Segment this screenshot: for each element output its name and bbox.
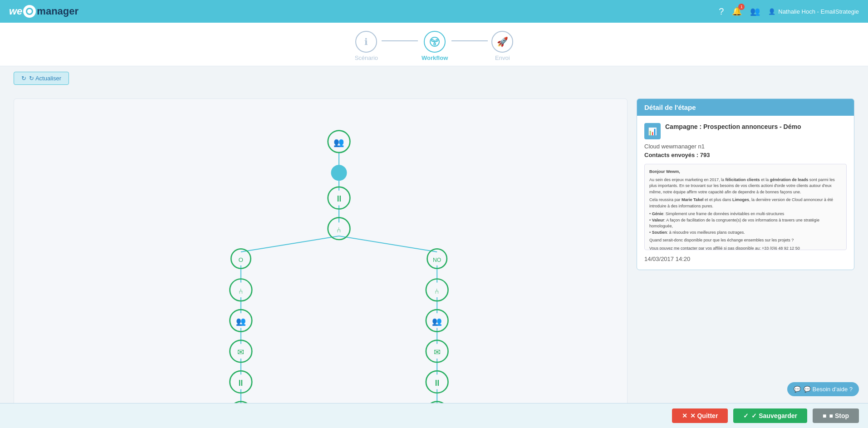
save-icon: ✓	[743, 412, 749, 419]
svg-text:⑃: ⑃	[239, 287, 243, 295]
quit-icon: ✕	[682, 412, 687, 419]
refresh-label: ↻ Actualiser	[29, 75, 61, 82]
detail-panel: Détail de l'étape 📊 Campagne : Prospecti…	[637, 98, 854, 270]
stop-button[interactable]: ■ ■ Stop	[813, 408, 859, 423]
email-body-p4: Vous pouvez me contacter par vos affilié…	[649, 246, 842, 251]
email-greeting: Bonjour Wewm,	[649, 169, 842, 175]
svg-text:✉: ✉	[434, 348, 441, 357]
wizard-line-2	[451, 40, 488, 41]
help-bubble[interactable]: 💬 💬 Besoin d'aide ?	[787, 382, 859, 396]
svg-point-25	[332, 166, 346, 180]
campaign-separator: :	[699, 123, 703, 130]
contacts-label: Contacts envoyés :	[644, 152, 698, 158]
user-avatar-icon: 👤	[768, 8, 775, 15]
email-body-p2: Cela reussira par Marie Takel et et plus…	[649, 197, 842, 209]
header-right: ? 🔔 1 👥 👤 Nathalie Hoch - EmailStrategie	[719, 6, 859, 17]
wizard-label-scenario: Scénario	[355, 54, 378, 61]
user-name: Nathalie Hoch - EmailStrategie	[778, 8, 859, 15]
quit-label: ✕ Quitter	[690, 412, 718, 419]
detail-panel-body: 📊 Campagne : Prospection annonceurs - Dé…	[637, 116, 854, 270]
svg-text:✉: ✉	[237, 348, 244, 357]
logo-circle-inner	[26, 8, 33, 15]
detail-panel-header: Détail de l'étape	[637, 99, 854, 116]
workflow-canvas[interactable]: 👥 ⏸ ⑃ O NO ⑃ ⑃ 👥	[14, 98, 628, 428]
svg-line-8	[339, 236, 437, 252]
header: we manager ? 🔔 1 👥 👤 Nathalie Hoch - Ema…	[0, 0, 868, 23]
stop-icon: ■	[823, 412, 826, 419]
contacts-count: 793	[700, 152, 710, 158]
email-body-list: • Génie: Simplement une frame de données…	[649, 211, 842, 236]
refresh-icon: ↻	[21, 75, 26, 82]
email-body-p1: Au sein des enjeux marketing en 2017, la…	[649, 177, 842, 196]
notifications-icon[interactable]: 🔔 1	[732, 6, 742, 16]
logo: we manager	[9, 5, 78, 18]
svg-text:👥: 👥	[432, 316, 442, 326]
wizard: ℹ Scénario Workflow 🚀 Envoi	[0, 23, 868, 66]
wizard-label-workflow: Workflow	[422, 54, 448, 61]
quit-button[interactable]: ✕ ✕ Quitter	[672, 408, 728, 423]
user-info: 👤 Nathalie Hoch - EmailStrategie	[768, 8, 859, 15]
main-content: 👥 ⏸ ⑃ O NO ⑃ ⑃ 👥	[0, 90, 868, 428]
wizard-icon-scenario: ℹ	[355, 31, 377, 53]
svg-line-7	[241, 236, 339, 252]
logo-circle	[23, 5, 36, 18]
svg-point-1	[432, 39, 433, 41]
users-icon[interactable]: 👥	[750, 6, 760, 16]
campaign-name: Prospection annonceurs - Démo	[703, 123, 801, 130]
svg-text:👥: 👥	[333, 137, 344, 148]
campaign-chart-icon: 📊	[644, 123, 661, 139]
svg-text:⑃: ⑃	[435, 287, 439, 295]
help-icon[interactable]: ?	[719, 6, 724, 17]
svg-text:NO: NO	[433, 257, 441, 263]
detail-contacts: Contacts envoyés : 793	[644, 152, 847, 158]
wizard-icon-envoi: 🚀	[491, 31, 513, 53]
svg-text:⏸: ⏸	[236, 378, 245, 388]
wizard-step-scenario[interactable]: ℹ Scénario	[355, 31, 378, 61]
footer: ✕ ✕ Quitter ✓ ✓ Sauvegarder ■ ■ Stop	[0, 403, 868, 428]
save-button[interactable]: ✓ ✓ Sauvegarder	[733, 408, 807, 423]
svg-text:⑃: ⑃	[337, 226, 341, 234]
campaign-label: Campagne	[665, 123, 698, 130]
svg-text:O: O	[239, 256, 244, 263]
logo-manager: manager	[37, 5, 78, 17]
wizard-step-workflow[interactable]: Workflow	[422, 31, 448, 61]
wizard-label-envoi: Envoi	[495, 54, 510, 61]
wizard-line-1	[382, 40, 418, 41]
detail-date: 14/03/2017 14:20	[644, 256, 847, 262]
wizard-step-envoi[interactable]: 🚀 Envoi	[491, 31, 513, 61]
logo-we: we	[9, 5, 22, 17]
save-label: ✓ Sauvegarder	[751, 412, 797, 419]
help-label: 💬 Besoin d'aide ?	[804, 386, 853, 393]
svg-point-3	[434, 43, 436, 45]
svg-point-2	[436, 39, 438, 41]
campaign-title: Campagne : Prospection annonceurs - Démo	[665, 123, 801, 130]
workflow-svg: 👥 ⏸ ⑃ O NO ⑃ ⑃ 👥	[14, 99, 627, 428]
detail-campaign-row: 📊 Campagne : Prospection annonceurs - Dé…	[644, 123, 847, 139]
refresh-button[interactable]: ↻ ↻ Actualiser	[14, 72, 69, 85]
wizard-icon-workflow	[424, 31, 446, 53]
email-preview: Bonjour Wewm, Au sein des enjeux marketi…	[644, 164, 847, 250]
detail-title: Détail de l'étape	[644, 103, 696, 111]
svg-text:👥: 👥	[236, 316, 246, 326]
stop-label: ■ Stop	[829, 412, 849, 419]
notif-badge: 1	[738, 4, 745, 10]
chat-icon: 💬	[794, 386, 801, 393]
detail-cloud: Cloud wewmanager n1	[644, 143, 847, 150]
svg-text:⏸: ⏸	[433, 378, 441, 388]
email-body-p3: Quand serait-donc disponible pour que le…	[649, 237, 842, 244]
svg-text:⏸: ⏸	[335, 194, 343, 203]
